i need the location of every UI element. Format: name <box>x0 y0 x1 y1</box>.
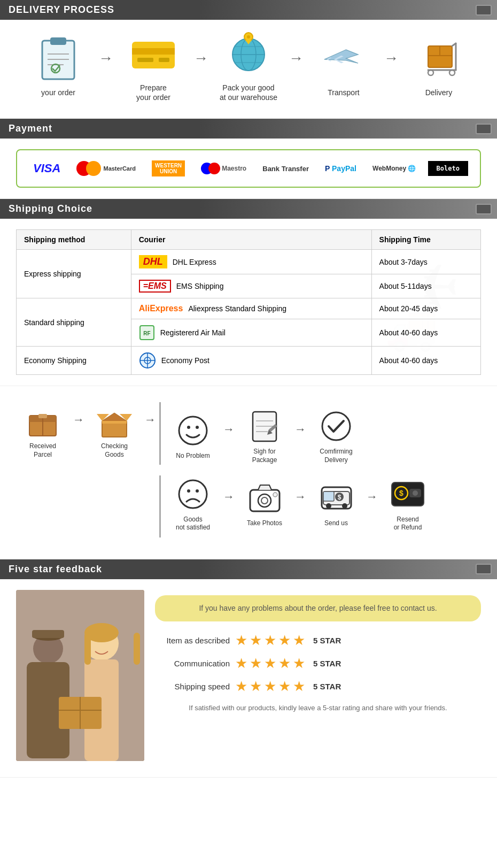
rating-row-shipping: Shipping speed ★ ★ ★ ★ ★ 5 STAR <box>155 678 481 695</box>
your-order-icon <box>34 35 82 83</box>
step-take-photos: Take Photos <box>238 479 291 528</box>
svg-point-65 <box>413 490 418 496</box>
payment-webmoney: WebMoney 🌐 <box>368 163 420 174</box>
table-row: Express shipping DHL DHL Express About 3… <box>17 250 481 274</box>
take-photos-label: Take Photos <box>247 519 282 528</box>
rating-label-shipping: Shipping speed <box>155 682 230 691</box>
svg-text:RF: RF <box>143 331 150 336</box>
step-goods-not-satisfied: Goodsnot satisfied <box>166 475 220 532</box>
star-s3: ★ <box>264 678 276 695</box>
process-arrow-2: → <box>144 413 156 427</box>
paypal-span: PayPal <box>332 164 356 173</box>
star-5: ★ <box>293 632 305 649</box>
process-section: ReceivedParcel → <box>0 386 497 559</box>
rating-value-communication: 5 STAR <box>313 659 341 668</box>
shipping-table: Shipping method Courier Shipping Time Ex… <box>16 229 481 375</box>
feedback-bubble-text: If you have any problems about the order… <box>199 604 437 612</box>
feedback-title: Five star feedback <box>9 564 102 575</box>
table-row: Economy Shipping Economy Pos <box>17 347 481 375</box>
feedback-footer: If satisfied with our products, kindly l… <box>155 703 481 714</box>
send-us-icon: $ <box>317 479 355 517</box>
feedback-image <box>16 590 144 761</box>
svg-point-42 <box>187 426 190 429</box>
stars-shipping: ★ ★ ★ ★ ★ <box>235 678 305 695</box>
maestro-label: Maestro <box>222 165 246 172</box>
feedback-right: If you have any problems about the order… <box>155 590 481 719</box>
payment-western-union: WESTERNUNION <box>147 158 189 179</box>
resend-refund-icon: $ <box>389 475 426 513</box>
upper-arrow-2: → <box>294 423 306 436</box>
svg-rect-7 <box>132 48 175 55</box>
step-pack-warehouse: Pack your goodat our warehouse <box>214 30 283 102</box>
time-ali: About 20-45 days <box>371 298 480 319</box>
star-4: ★ <box>278 632 291 649</box>
lower-branch: Goodsnot satisfied → <box>159 475 434 537</box>
delivery-icon <box>415 35 463 83</box>
aliexpress-logo: AliExpress <box>139 304 183 313</box>
ali-name: Aliexpress Standard Shipping <box>188 304 286 313</box>
svg-rect-75 <box>134 633 140 665</box>
star-3: ★ <box>264 632 276 649</box>
svg-point-59 <box>326 503 331 509</box>
col-header-time: Shipping Time <box>371 230 480 250</box>
star-s5: ★ <box>293 678 305 695</box>
goods-not-satisfied-label: Goodsnot satisfied <box>176 516 210 532</box>
ems-logo: =EMS <box>139 280 171 293</box>
col-header-method: Shipping method <box>17 230 131 250</box>
svg-point-49 <box>179 480 207 508</box>
payment-content: VISA MasterCard WESTERNUNION Maestro <box>0 139 497 198</box>
rating-row-communication: Communication ★ ★ ★ ★ ★ 5 STAR <box>155 655 481 672</box>
svg-text:$: $ <box>399 489 403 497</box>
svg-rect-35 <box>38 414 47 418</box>
transport-icon <box>320 35 368 83</box>
courier-ali: AliExpress Aliexpress Standard Shipping <box>131 298 371 319</box>
rating-label-communication: Communication <box>155 659 230 668</box>
svg-point-48 <box>322 412 350 440</box>
svg-point-53 <box>258 494 271 507</box>
svg-rect-8 <box>137 58 153 62</box>
delivery-section: DELIVERY PROCESS your or <box>0 0 497 119</box>
delivery-flow: your order → Prepareyour order → <box>16 30 481 102</box>
rating-value-shipping: 5 STAR <box>313 682 341 691</box>
star-c2: ★ <box>250 655 262 672</box>
svg-rect-80 <box>32 630 64 638</box>
lower-arrow-3: → <box>366 490 378 504</box>
mc-circle-orange <box>86 161 101 176</box>
shipping-section: Shipping Choice ✈ 🚚 Shipping method Cour… <box>0 199 497 386</box>
shipping-header: Shipping Choice <box>0 199 497 219</box>
svg-point-41 <box>179 417 207 444</box>
shipping-content: ✈ 🚚 Shipping method Courier Shipping Tim… <box>0 219 497 386</box>
star-s4: ★ <box>278 678 291 695</box>
branch-container: No Problem → <box>159 402 434 537</box>
payment-section: Payment VISA MasterCard WESTERNUNION <box>0 119 497 199</box>
step-label-your-order: your order <box>41 88 75 97</box>
table-header-row: Shipping method Courier Shipping Time <box>17 230 481 250</box>
step-no-problem: No Problem <box>166 412 220 460</box>
svg-point-16 <box>247 35 250 39</box>
step-checking-goods: CheckingGoods <box>88 402 141 459</box>
arrow-1: → <box>98 50 113 67</box>
upper-arrow-1: → <box>223 423 235 436</box>
shipping-table-wrap: Shipping method Courier Shipping Time Ex… <box>16 229 481 375</box>
feedback-footer-text: If satisfied with our products, kindly l… <box>189 704 447 712</box>
payment-methods-box: VISA MasterCard WESTERNUNION Maestro <box>16 149 481 188</box>
checking-goods-label: CheckingGoods <box>101 442 128 459</box>
payment-bank-transfer: Bank Transfer <box>258 163 313 175</box>
svg-point-55 <box>273 493 277 497</box>
method-economy: Economy Shipping <box>17 347 131 375</box>
step-send-us: $ Send us <box>309 479 363 528</box>
star-c3: ★ <box>264 655 276 672</box>
star-c4: ★ <box>278 655 291 672</box>
lower-arrow-2: → <box>294 490 306 504</box>
header-plug-shipping <box>476 204 492 214</box>
courier-dhl: DHL DHL Express <box>131 250 371 274</box>
star-s2: ★ <box>250 678 262 695</box>
star-c1: ★ <box>235 655 247 672</box>
upper-branch: No Problem → <box>159 402 434 464</box>
step-label-prepare: Prepareyour order <box>136 83 170 102</box>
payment-header: Payment <box>0 119 497 139</box>
arrow-4: → <box>384 50 399 67</box>
wu-logo: WESTERNUNION <box>152 160 185 176</box>
svg-point-60 <box>342 503 347 509</box>
feedback-box: If you have any problems about the order… <box>16 590 481 761</box>
